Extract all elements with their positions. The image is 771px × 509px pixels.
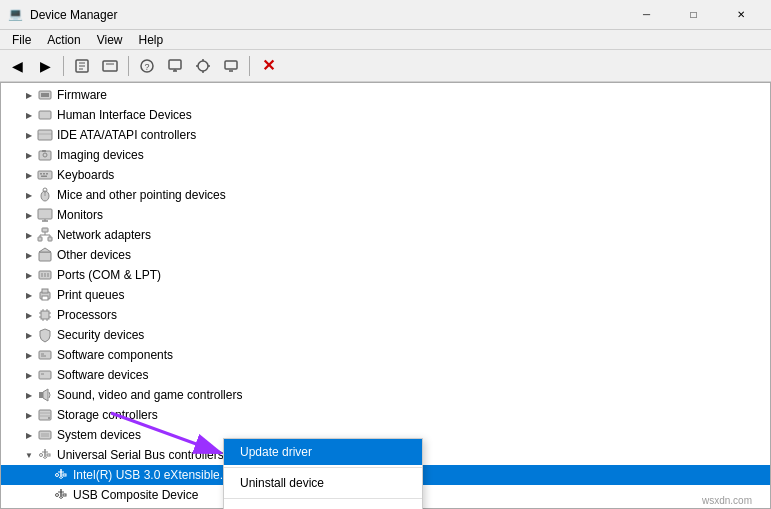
back-button[interactable]: ◀ (4, 53, 30, 79)
arrow-network: ▶ (21, 227, 37, 243)
icon-keyboards (37, 167, 53, 183)
arrow-firmware: ▶ (21, 87, 37, 103)
tree-item-hid[interactable]: ▶ Human Interface Devices (1, 105, 770, 125)
tree-item-storage[interactable]: ▶ Storage controllers (1, 405, 770, 425)
tree-item-ports[interactable]: ▶ Ports (COM & LPT) (1, 265, 770, 285)
svg-rect-19 (41, 93, 49, 97)
label-other: Other devices (57, 248, 131, 262)
tree-item-sound[interactable]: ▶ Sound, video and game controllers (1, 385, 770, 405)
remove-button[interactable]: ✕ (255, 53, 281, 79)
svg-rect-27 (40, 173, 42, 175)
tree-item-keyboards[interactable]: ▶ Keyboards (1, 165, 770, 185)
svg-rect-8 (169, 60, 181, 69)
svg-rect-77 (47, 454, 50, 456)
svg-rect-52 (42, 296, 48, 300)
svg-point-79 (56, 474, 59, 477)
arrow-print: ▶ (21, 287, 37, 303)
tree-item-software-comp[interactable]: ▶ Software components (1, 345, 770, 365)
arrow-monitors: ▶ (21, 207, 37, 223)
tree-item-other[interactable]: ▶ Other devices (1, 245, 770, 265)
svg-rect-28 (43, 173, 45, 175)
tree-item-monitors[interactable]: ▶ Monitors (1, 205, 770, 225)
svg-rect-29 (46, 173, 48, 175)
label-monitors: Monitors (57, 208, 103, 222)
separator-3 (249, 56, 250, 76)
context-menu-scan[interactable]: Scan for hardware changes (224, 501, 422, 509)
svg-rect-38 (38, 237, 42, 241)
arrow-system: ▶ (21, 427, 37, 443)
svg-rect-37 (42, 228, 48, 232)
label-print: Print queues (57, 288, 124, 302)
arrow-usb-comp2 (37, 507, 53, 508)
update-driver-button[interactable] (97, 53, 123, 79)
properties-button[interactable] (69, 53, 95, 79)
arrow-imaging: ▶ (21, 147, 37, 163)
svg-marker-68 (43, 389, 48, 401)
close-button[interactable]: ✕ (718, 0, 763, 30)
tree-item-mice[interactable]: ▶ Mice and other pointing devices (1, 185, 770, 205)
menu-action[interactable]: Action (39, 31, 88, 49)
tree-item-network[interactable]: ▶ Network adapters (1, 225, 770, 245)
tree-item-software-dev[interactable]: ▶ Software devices (1, 365, 770, 385)
arrow-processors: ▶ (21, 307, 37, 323)
help-button[interactable]: ? (134, 53, 160, 79)
icon-storage (37, 407, 53, 423)
icon-network (37, 227, 53, 243)
tree-item-imaging[interactable]: ▶ Imaging devices (1, 145, 770, 165)
title-bar: 💻 Device Manager ─ □ ✕ (0, 0, 771, 30)
svg-point-76 (40, 454, 43, 457)
icon-usb-header (37, 447, 53, 463)
svg-rect-83 (63, 494, 66, 496)
label-usb-header: Universal Serial Bus controllers (57, 448, 224, 462)
context-menu-sep1 (224, 467, 422, 468)
label-firmware: Firmware (57, 88, 107, 102)
arrow-security: ▶ (21, 327, 37, 343)
tree-item-ide[interactable]: ▶ IDE ATA/ATAPI controllers (1, 125, 770, 145)
icon-monitors (37, 207, 53, 223)
watermark: wsxdn.com (702, 495, 752, 506)
monitor2-button[interactable] (218, 53, 244, 79)
arrow-mice: ▶ (21, 187, 37, 203)
context-menu-update-driver[interactable]: Update driver (224, 439, 422, 465)
svg-rect-20 (39, 111, 51, 119)
svg-rect-23 (39, 151, 51, 160)
icon-hid (37, 107, 53, 123)
arrow-intel-usb (37, 467, 53, 483)
forward-button[interactable]: ▶ (32, 53, 58, 79)
arrow-storage: ▶ (21, 407, 37, 423)
minimize-button[interactable]: ─ (624, 0, 669, 30)
label-system: System devices (57, 428, 141, 442)
icon-ports (37, 267, 53, 283)
menu-view[interactable]: View (89, 31, 131, 49)
arrow-software-dev: ▶ (21, 367, 37, 383)
label-software-dev: Software devices (57, 368, 148, 382)
icon-other (37, 247, 53, 263)
svg-rect-62 (39, 351, 51, 359)
tree-item-print[interactable]: ▶ Print queues (1, 285, 770, 305)
tree-item-processors[interactable]: ▶ Processors (1, 305, 770, 325)
icon-processors (37, 307, 53, 323)
icon-software-dev (37, 367, 53, 383)
maximize-button[interactable]: □ (671, 0, 716, 30)
arrow-other: ▶ (21, 247, 37, 263)
app-icon: 💻 (8, 7, 24, 23)
arrow-software-comp: ▶ (21, 347, 37, 363)
toolbar: ◀ ▶ ? ✕ (0, 50, 771, 82)
tree-item-firmware[interactable]: ▶ Firmware (1, 85, 770, 105)
context-menu-uninstall[interactable]: Uninstall device (224, 470, 422, 496)
tree-item-security[interactable]: ▶ Security devices (1, 325, 770, 345)
menu-help[interactable]: Help (131, 31, 172, 49)
svg-point-82 (56, 494, 59, 497)
scan-button[interactable] (190, 53, 216, 79)
arrow-sound: ▶ (21, 387, 37, 403)
icon-software-comp (37, 347, 53, 363)
label-security: Security devices (57, 328, 144, 342)
svg-rect-4 (103, 61, 117, 71)
svg-rect-80 (63, 474, 66, 476)
svg-rect-53 (41, 311, 49, 319)
monitor-button[interactable] (162, 53, 188, 79)
svg-rect-26 (38, 171, 52, 179)
menu-file[interactable]: File (4, 31, 39, 49)
svg-rect-34 (38, 209, 52, 219)
window-controls: ─ □ ✕ (624, 0, 763, 30)
